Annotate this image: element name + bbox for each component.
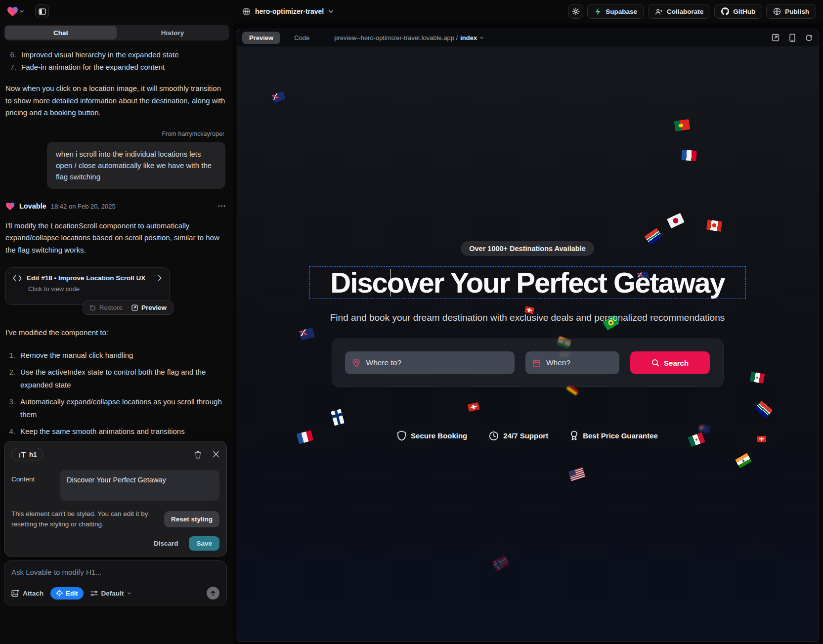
preview-url[interactable]: preview--hero-optimizer-travel.lovable.a…: [334, 34, 484, 42]
chevron-down-icon: [479, 36, 484, 40]
image-icon: [11, 590, 19, 597]
trash-icon[interactable]: [194, 451, 202, 459]
where-to-input[interactable]: Where to?: [345, 351, 515, 374]
user-message-bubble: when i scroll into the individual locati…: [47, 142, 225, 189]
publish-button[interactable]: Publish: [766, 4, 816, 19]
tab-chat[interactable]: Chat: [5, 26, 117, 40]
clock-icon: [489, 431, 499, 441]
chevron-right-icon: [158, 275, 162, 281]
list-item: 7.Fade-in animation for the expanded con…: [6, 61, 225, 73]
send-button[interactable]: [207, 587, 219, 600]
tab-code[interactable]: Code: [287, 32, 316, 44]
reset-styling-button[interactable]: Reset styling: [164, 511, 219, 527]
crosshair-icon: [56, 590, 63, 597]
hero-section: Over 1000+ Destinations Available Discov…: [237, 46, 818, 441]
lovable-heart-icon: [5, 202, 15, 211]
assistant-name: Lovable: [19, 202, 46, 210]
gear-icon: [572, 7, 580, 15]
list-item: 6.Improved visual hierarchy in the expan…: [6, 48, 225, 61]
feature-secure-booking: Secure Booking: [397, 430, 467, 441]
default-mode-dropdown[interactable]: Default: [90, 590, 132, 597]
preview-toolbar: Preview Code preview--hero-optimizer-tra…: [236, 29, 819, 46]
search-button[interactable]: Search: [630, 351, 710, 374]
arrow-up-icon: [210, 590, 216, 597]
preview-panel: Preview Code preview--hero-optimizer-tra…: [236, 29, 819, 642]
restore-preview-pill: Restore Preview: [83, 301, 173, 315]
selected-element-outline[interactable]: Discover Your Perfect Getaway: [309, 266, 746, 299]
globe-icon: [242, 7, 251, 16]
award-icon: [570, 430, 578, 441]
attach-button[interactable]: Attach: [11, 590, 43, 597]
collaborate-label: Collaborate: [667, 8, 703, 15]
assistant-paragraph: Now when you click on a location image, …: [5, 83, 225, 119]
chat-scroll-area[interactable]: 6.Improved visual hierarchy in the expan…: [0, 41, 233, 455]
external-link-icon: [131, 304, 138, 311]
styling-note: This element can't be styled. You can ed…: [11, 509, 157, 529]
project-name: hero-optimizer-travel: [255, 7, 324, 15]
sliders-icon: [90, 590, 98, 597]
chat-sidebar: Chat History 6.Improved visual hierarchy…: [0, 23, 233, 644]
restore-button[interactable]: Restore: [89, 304, 123, 311]
open-external-icon[interactable]: [772, 34, 780, 42]
hero-title[interactable]: Discover Your Perfect Getaway: [329, 267, 725, 299]
supabase-icon: [594, 8, 602, 15]
refresh-icon[interactable]: [805, 34, 813, 42]
github-label: GitHub: [733, 8, 755, 15]
edit-code-card[interactable]: Edit #18 • Improve Location Scroll UX Cl…: [5, 267, 170, 305]
hero-subtitle: Find and book your dream destination wit…: [330, 312, 725, 323]
preview-button[interactable]: Preview: [131, 304, 167, 311]
chat-input-card: Attach Edit Default: [4, 560, 227, 605]
more-options-icon[interactable]: [218, 205, 225, 207]
list-item: 2.Use the activeIndex state to control b…: [5, 366, 225, 391]
github-button[interactable]: GitHub: [714, 4, 762, 19]
restore-icon: [89, 304, 96, 311]
features-row: Secure Booking 24/7 Support Best Price G…: [397, 430, 658, 441]
preview-viewport: Over 1000+ Destinations Available Discov…: [237, 46, 818, 641]
flag-norway-icon: [492, 555, 510, 571]
edit-mode-button[interactable]: Edit: [50, 587, 84, 600]
toggle-sidebar-button[interactable]: [35, 4, 49, 18]
edit-card-subtitle: Click to view code: [28, 285, 162, 293]
code-icon: [13, 275, 22, 282]
search-card: Where to? When? Search: [332, 339, 724, 387]
destinations-badge: Over 1000+ Destinations Available: [461, 241, 594, 256]
content-textarea[interactable]: Discover Your Perfect Getaway: [60, 470, 219, 501]
assistant-message-header: Lovable 18:42 on Feb 20, 2025: [5, 202, 225, 211]
assistant-paragraph: I'll modify the LocationScroll component…: [5, 220, 225, 257]
mobile-view-icon[interactable]: [789, 34, 795, 42]
list-item: 1.Remove the manual click handling: [5, 349, 225, 362]
github-icon: [721, 7, 729, 15]
supabase-button[interactable]: Supabase: [587, 4, 644, 19]
topbar: hero-optimizer-travel Supabase Collabora…: [0, 0, 823, 23]
numbered-list: 6.Improved visual hierarchy in the expan…: [6, 48, 225, 73]
tab-history[interactable]: History: [117, 26, 228, 40]
tab-preview[interactable]: Preview: [242, 32, 280, 44]
sidebar-tabs: Chat History: [4, 25, 229, 41]
when-input[interactable]: When?: [525, 351, 619, 374]
project-switcher[interactable]: hero-optimizer-travel: [242, 0, 334, 23]
content-label: Content: [11, 470, 46, 501]
save-button[interactable]: Save: [189, 536, 219, 551]
element-editor-panel: h1 Content Discover Your Perfect Getaway…: [4, 441, 227, 557]
feature-price-guarantee: Best Price Guarantee: [570, 430, 658, 441]
url-page: index: [460, 34, 477, 42]
edit-card-title: Edit #18 • Improve Location Scroll UX: [27, 274, 145, 282]
flag-india-icon: [735, 453, 752, 468]
discard-button[interactable]: Discard: [154, 540, 178, 547]
settings-button[interactable]: [568, 4, 583, 19]
publish-label: Publish: [785, 8, 809, 15]
calendar-icon: [532, 359, 541, 367]
element-tag-pill[interactable]: h1: [11, 448, 43, 461]
modified-intro: I've modified the component to:: [5, 327, 225, 339]
chevron-down-icon: [328, 9, 334, 14]
ask-lovable-input[interactable]: [11, 568, 219, 576]
text-size-icon: [18, 452, 26, 458]
lovable-heart-icon: [7, 6, 18, 17]
map-pin-icon: [352, 358, 361, 367]
element-tag-label: h1: [29, 451, 37, 458]
steps-list: 1.Remove the manual click handling 2.Use…: [5, 349, 225, 455]
close-icon[interactable]: [213, 451, 219, 459]
collaborate-button[interactable]: Collaborate: [648, 4, 710, 19]
chevron-down-icon: [19, 9, 24, 14]
lovable-logo-menu[interactable]: [7, 6, 24, 17]
